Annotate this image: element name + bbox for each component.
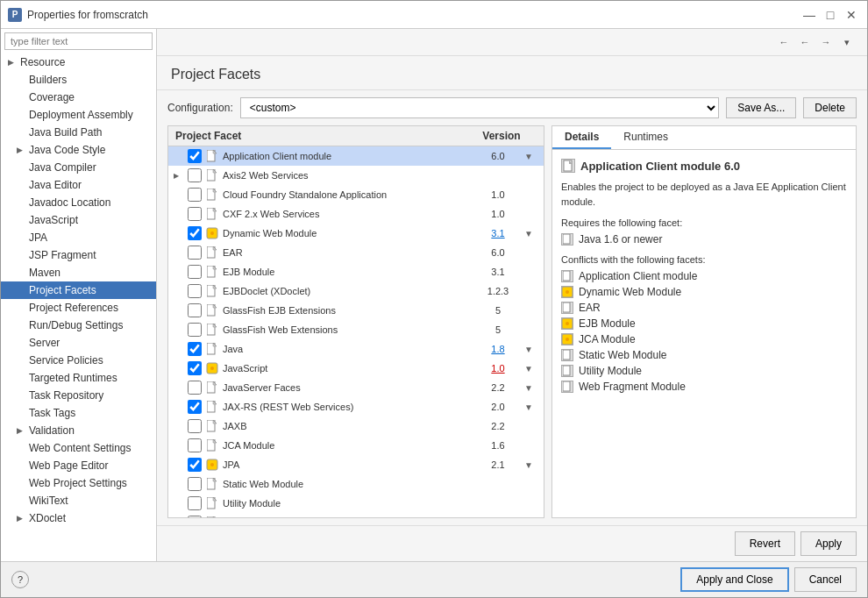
table-row[interactable]: ▶Axis2 Web Services	[168, 166, 544, 185]
apply-button[interactable]: Apply	[800, 531, 857, 556]
sidebar-item-service-policies[interactable]: Service Policies	[1, 352, 156, 369]
nav-arrow-icon: ▶	[17, 146, 25, 154]
row-checkbox[interactable]	[188, 265, 202, 279]
sidebar-item-builders[interactable]: Builders	[1, 71, 156, 89]
table-row[interactable]: GlassFish Web Extensions5	[168, 320, 544, 339]
row-checkbox[interactable]	[188, 477, 202, 491]
row-checkbox[interactable]	[188, 149, 202, 163]
save-as-button[interactable]: Save As...	[726, 97, 796, 118]
sidebar-item-java-code-style[interactable]: ▶Java Code Style	[1, 141, 156, 159]
table-row[interactable]: CXF 2.x Web Services1.0	[168, 204, 544, 224]
sidebar-item-java-build-path[interactable]: Java Build Path	[1, 124, 156, 141]
sidebar-item-targeted-runtimes[interactable]: Targeted Runtimes	[1, 369, 156, 387]
row-checkbox[interactable]	[188, 226, 202, 240]
row-version-dropdown[interactable]: ▼	[524, 402, 538, 412]
minimize-button[interactable]: —	[800, 6, 818, 24]
maximize-button[interactable]: □	[822, 6, 839, 24]
row-checkbox[interactable]	[188, 458, 202, 472]
delete-button[interactable]: Delete	[803, 97, 857, 118]
row-checkbox[interactable]	[188, 381, 202, 395]
conflict-icon	[561, 317, 573, 330]
row-checkbox[interactable]	[188, 303, 202, 317]
dropdown-button[interactable]: ▾	[837, 32, 857, 52]
help-icon[interactable]: ?	[11, 571, 29, 588]
row-checkbox[interactable]	[188, 496, 202, 510]
table-row[interactable]: GlassFish EJB Extensions5	[168, 301, 544, 320]
table-row[interactable]: Web Fragment Module3.0▼	[168, 513, 544, 517]
sidebar-item-java-compiler[interactable]: Java Compiler	[1, 159, 156, 176]
row-checkbox[interactable]	[188, 516, 202, 517]
row-checkbox[interactable]	[188, 246, 202, 260]
sidebar-item-wikitext[interactable]: WikiText	[1, 492, 156, 509]
table-row[interactable]: EAR6.0	[168, 243, 544, 262]
row-version-dropdown[interactable]: ▼	[524, 345, 538, 354]
cancel-button[interactable]: Cancel	[794, 567, 857, 592]
sidebar-item-jpa[interactable]: JPA	[1, 229, 156, 246]
row-checkbox[interactable]	[188, 361, 202, 375]
conflict-label: Dynamic Web Module	[579, 286, 681, 298]
table-row[interactable]: EJB Module3.1	[168, 262, 544, 281]
sidebar-item-jsp-fragment[interactable]: JSP Fragment	[1, 246, 156, 264]
sidebar-item-web-page-editor[interactable]: Web Page Editor	[1, 457, 156, 474]
svg-point-13	[210, 367, 214, 370]
table-row[interactable]: Static Web Module	[168, 474, 544, 494]
sidebar-item-project-references[interactable]: Project References	[1, 299, 156, 317]
table-row[interactable]: Dynamic Web Module3.1▼	[168, 224, 544, 243]
sidebar-item-server[interactable]: Server	[1, 334, 156, 352]
filter-input[interactable]	[4, 32, 153, 50]
row-checkbox[interactable]	[188, 438, 202, 452]
tab-details[interactable]: Details	[552, 126, 611, 149]
revert-button[interactable]: Revert	[735, 531, 795, 556]
row-version-dropdown[interactable]: ▼	[524, 152, 538, 161]
properties-window: P Properties for fromscratch — □ ✕ ▶Reso…	[0, 0, 868, 598]
row-version-dropdown[interactable]: ▼	[524, 229, 538, 238]
tab-runtimes[interactable]: Runtimes	[611, 126, 680, 149]
sidebar-item-validation[interactable]: ▶Validation	[1, 422, 156, 439]
forward-button[interactable]: →	[816, 32, 836, 52]
back-button2[interactable]: ←	[795, 32, 815, 52]
table-row[interactable]: EJBDoclet (XDoclet)1.2.3	[168, 281, 544, 301]
sidebar-item-web-content-settings[interactable]: Web Content Settings	[1, 439, 156, 457]
sidebar-item-javadoc-location[interactable]: Javadoc Location	[1, 194, 156, 211]
row-checkbox[interactable]	[188, 323, 202, 337]
table-row[interactable]: JavaServer Faces2.2▼	[168, 378, 544, 397]
row-checkbox[interactable]	[188, 284, 202, 298]
config-select[interactable]: <custom>	[240, 97, 720, 118]
sidebar-item-task-repository[interactable]: Task Repository	[1, 387, 156, 404]
config-label: Configuration:	[167, 102, 233, 114]
table-row[interactable]: Cloud Foundry Standalone Application1.0	[168, 185, 544, 204]
sidebar-item-maven[interactable]: Maven	[1, 264, 156, 281]
row-version-dropdown[interactable]: ▼	[524, 383, 538, 393]
row-version-dropdown[interactable]: ▼	[524, 460, 538, 470]
sidebar-item-java-editor[interactable]: Java Editor	[1, 176, 156, 194]
table-row[interactable]: Application Client module6.0▼	[168, 146, 544, 166]
row-checkbox[interactable]	[188, 342, 202, 356]
row-facet-icon	[205, 207, 219, 221]
table-row[interactable]: JCA Module1.6	[168, 436, 544, 455]
row-checkbox[interactable]	[188, 419, 202, 433]
sidebar-item-javascript[interactable]: JavaScript	[1, 211, 156, 229]
sidebar-item-coverage[interactable]: Coverage	[1, 89, 156, 106]
table-row[interactable]: JAX-RS (REST Web Services)2.0▼	[168, 397, 544, 416]
table-row[interactable]: Java1.8▼	[168, 339, 544, 359]
row-checkbox[interactable]	[188, 400, 202, 414]
sidebar-item-resource[interactable]: ▶Resource	[1, 53, 156, 71]
table-row[interactable]: JPA2.1▼	[168, 455, 544, 474]
sidebar-item-web-project-settings[interactable]: Web Project Settings	[1, 474, 156, 492]
sidebar-item-run-debug-settings[interactable]: Run/Debug Settings	[1, 317, 156, 334]
table-row[interactable]: JavaScript1.0▼	[168, 359, 544, 378]
close-button[interactable]: ✕	[843, 6, 860, 24]
row-version-dropdown[interactable]: ▼	[524, 364, 538, 374]
svg-rect-26	[563, 271, 570, 281]
back-button[interactable]: ←	[774, 32, 793, 52]
table-row[interactable]: JAXB2.2	[168, 416, 544, 436]
row-checkbox[interactable]	[188, 168, 202, 182]
sidebar-item-task-tags[interactable]: Task Tags	[1, 404, 156, 422]
sidebar-item-xdoclet[interactable]: ▶XDoclet	[1, 509, 156, 527]
row-checkbox[interactable]	[188, 207, 202, 221]
sidebar-item-project-facets[interactable]: Project Facets	[1, 281, 156, 299]
row-checkbox[interactable]	[188, 188, 202, 202]
apply-and-close-button[interactable]: Apply and Close	[680, 567, 788, 592]
table-row[interactable]: Utility Module	[168, 494, 544, 513]
sidebar-item-deployment-assembly[interactable]: Deployment Assembly	[1, 106, 156, 124]
